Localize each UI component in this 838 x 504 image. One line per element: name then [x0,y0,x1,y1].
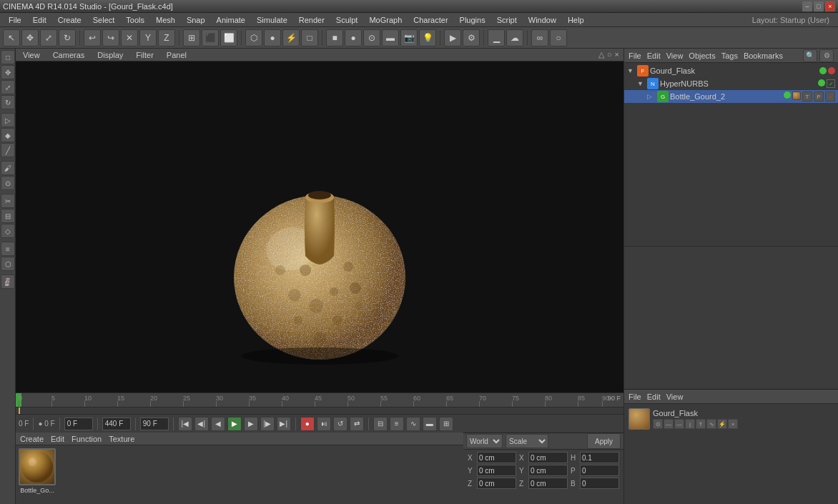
ls-rotate[interactable]: ↻ [1,95,15,109]
ls-edge[interactable]: ╱ [1,143,15,157]
gourd-close-icon[interactable]: × [825,92,835,102]
toolbar-point[interactable]: ● [264,29,281,46]
toolbar-obj-y[interactable]: Y [139,29,157,46]
frame-end-input[interactable] [102,417,131,430]
toolbar-render-preview[interactable]: ⬛ [202,29,219,46]
close-button[interactable]: × [825,1,835,11]
mat-icon-8[interactable]: × [728,419,738,429]
f-curve-button[interactable]: ∿ [406,417,420,431]
viewport[interactable] [16,61,623,392]
menu-help[interactable]: Help [562,14,590,26]
apply-button[interactable]: Apply [587,433,621,449]
dot-red-1[interactable] [828,67,835,74]
menu-mesh[interactable]: Mesh [150,14,181,26]
mat-mgr-menu-edit[interactable]: Edit [647,392,661,401]
z-pos-input[interactable] [477,478,516,489]
toolbar-obj-x[interactable]: ✕ [121,29,138,46]
obj-menu-objects[interactable]: Objects [689,51,715,60]
obj-menu-file[interactable]: File [628,51,641,60]
obj-menu-bookmarks[interactable]: Bookmarks [744,51,783,60]
timeline-playhead[interactable] [19,407,20,414]
first-frame-button[interactable]: |◀ [178,417,192,431]
viewport-maximize-icon[interactable]: △ [598,50,604,59]
mat-icon-3[interactable]: — [674,419,684,429]
dope-sheet-button[interactable]: ≡ [390,417,404,431]
p-rot-input[interactable] [580,465,619,476]
dot-green-1[interactable] [819,67,827,74]
mat-icon-1[interactable]: ⊙ [653,419,663,429]
toolbar-polygon[interactable]: ⬡ [245,29,262,46]
y-pos-input[interactable] [477,465,516,476]
menu-plugins[interactable]: Plugins [454,14,491,26]
last-frame-button[interactable]: ▶| [277,417,291,431]
menu-render[interactable]: Render [293,14,330,26]
coord-system-select[interactable]: World Object [466,434,503,448]
viewport-close-icon[interactable]: × [615,50,619,59]
ping-pong-button[interactable]: ⇄ [350,417,364,431]
ls-move[interactable]: ✥ [1,65,15,79]
z-size-input[interactable] [528,478,568,489]
ls-magnet[interactable]: ⊙ [1,176,15,190]
toolbar-redo[interactable]: ↪ [102,29,119,46]
toolbar-cube[interactable]: ■ [326,29,343,46]
menu-script[interactable]: Script [491,14,523,26]
gourd-mat-icon-2[interactable]: T [802,92,812,102]
mat-mgr-menu-file[interactable]: File [628,392,641,401]
obj-search-button[interactable]: 🔍 [803,49,817,62]
toolbar-rotate[interactable]: ↻ [59,29,76,46]
mat-menu-edit[interactable]: Edit [51,435,64,443]
viewport-menu-filter[interactable]: Filter [133,50,156,60]
y-size-input[interactable] [528,465,568,476]
ls-bevel[interactable]: ◇ [1,224,15,238]
layer-button[interactable]: ⊞ [439,417,453,431]
ls-sculpt[interactable]: 🗿 [1,275,15,289]
mat-icon-2[interactable]: — [664,419,674,429]
toolbar-array[interactable]: ⊞ [183,29,200,46]
ls-polygon[interactable]: ▷ [1,113,15,127]
material-list-item[interactable]: Gourd_Flask ⊙ — — | T ∿ ⚡ × [627,407,835,431]
menu-character[interactable]: Character [408,14,453,26]
viewport-menu-display[interactable]: Display [94,50,126,60]
next-key-button[interactable]: |▶ [260,417,275,431]
prev-key-button[interactable]: ◀| [194,417,209,431]
ls-point[interactable]: ◆ [1,128,15,142]
mat-menu-function[interactable]: Function [72,435,102,443]
toolbar-obj-mode[interactable]: □ [301,29,318,46]
obj-row-bottle-gourd[interactable]: ▷ G Bottle_Gourd_2 T P × [624,90,838,103]
obj-settings-button[interactable]: ⚙ [819,49,834,62]
menu-sculpt[interactable]: Sculpt [330,14,364,26]
toolbar-obj-z[interactable]: Z [158,29,175,46]
menu-window[interactable]: Window [523,14,562,26]
b-rot-input[interactable] [580,478,619,489]
menu-create[interactable]: Create [52,14,87,26]
menu-snap[interactable]: Snap [181,14,211,26]
gourd-mat-icon-1[interactable] [792,92,801,100]
obj-menu-edit[interactable]: Edit [647,51,661,60]
toolbar-floor[interactable]: ▁ [488,29,505,46]
toolbar-cursor[interactable]: ↖ [3,29,20,46]
frame-start-input[interactable] [64,417,93,430]
toolbar-anim-record[interactable]: ⬜ [220,29,237,46]
obj-menu-view[interactable]: View [666,51,684,60]
toolbar-render[interactable]: ▶ [444,29,461,46]
obj-row-hypernurbs[interactable]: ▼ N HyperNURBS ✓ [624,77,838,90]
toolbar-cylinder[interactable]: ⊙ [363,29,380,46]
viewport-menu-view[interactable]: View [20,50,43,60]
coord-mode-select[interactable]: Scale Size [506,434,548,448]
x-pos-input[interactable] [477,452,516,463]
toolbar-sphere[interactable]: ● [345,29,362,46]
toolbar-light[interactable]: 💡 [419,29,436,46]
menu-edit[interactable]: Edit [27,14,52,26]
check-nurbs[interactable]: ✓ [827,79,835,88]
dot-green-3[interactable] [784,92,791,99]
menu-mograph[interactable]: MoGraph [363,14,408,26]
mat-mgr-menu-view[interactable]: View [666,392,684,401]
prev-frame-button[interactable]: ◀ [211,417,225,431]
obj-row-gourd-flask[interactable]: ▼ F Gourd_Flask [624,64,838,77]
toolbar-infinity[interactable]: ∞ [531,29,548,46]
expand-hypernurbs[interactable]: ▼ [637,80,646,87]
menu-tools[interactable]: Tools [120,14,150,26]
motion-clip-button[interactable]: ▬ [423,417,437,431]
toolbar-render-settings[interactable]: ⚙ [463,29,480,46]
material-item[interactable]: Bottle_Go... [19,448,56,501]
